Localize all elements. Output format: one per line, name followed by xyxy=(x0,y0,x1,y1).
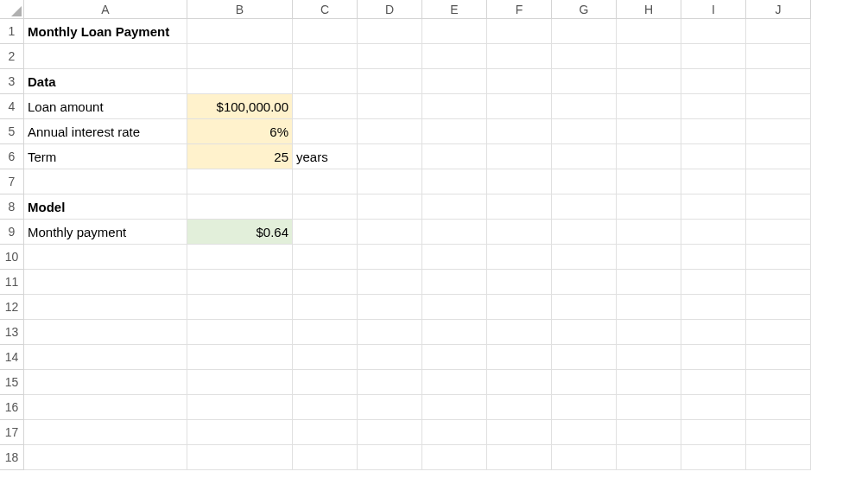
cell-b2[interactable] xyxy=(187,44,293,69)
cell-b8[interactable] xyxy=(187,194,293,220)
cell-d8[interactable] xyxy=(358,194,422,220)
cell-g16[interactable] xyxy=(552,395,617,420)
cell-h9[interactable] xyxy=(617,220,681,245)
cell-c14[interactable] xyxy=(293,345,358,370)
row-header-11[interactable]: 11 xyxy=(0,270,24,295)
cell-a17[interactable] xyxy=(24,420,187,445)
cell-j10[interactable] xyxy=(746,245,811,270)
cell-c7[interactable] xyxy=(293,169,358,194)
cell-c16[interactable] xyxy=(293,395,358,420)
cell-b4[interactable]: $100,000.00 xyxy=(187,94,293,119)
cell-h10[interactable] xyxy=(617,245,681,270)
cell-b6[interactable]: 25 xyxy=(187,144,293,169)
cell-f1[interactable] xyxy=(487,19,552,44)
cell-g17[interactable] xyxy=(552,420,617,445)
cell-i11[interactable] xyxy=(681,270,746,295)
row-header-15[interactable]: 15 xyxy=(0,370,24,395)
cell-c12[interactable] xyxy=(293,295,358,320)
cell-f8[interactable] xyxy=(487,194,552,220)
cell-g15[interactable] xyxy=(552,370,617,395)
cell-j12[interactable] xyxy=(746,295,811,320)
cell-a18[interactable] xyxy=(24,445,187,470)
cell-h8[interactable] xyxy=(617,194,681,220)
col-header-a[interactable]: A xyxy=(24,0,187,19)
cell-h4[interactable] xyxy=(617,94,681,119)
cell-d12[interactable] xyxy=(358,295,422,320)
cell-g10[interactable] xyxy=(552,245,617,270)
cell-g4[interactable] xyxy=(552,94,617,119)
cell-g14[interactable] xyxy=(552,345,617,370)
cell-g5[interactable] xyxy=(552,119,617,144)
cell-b3[interactable] xyxy=(187,69,293,94)
cell-f17[interactable] xyxy=(487,420,552,445)
cell-d5[interactable] xyxy=(358,119,422,144)
cell-a12[interactable] xyxy=(24,295,187,320)
cell-d17[interactable] xyxy=(358,420,422,445)
cell-h3[interactable] xyxy=(617,69,681,94)
cell-g9[interactable] xyxy=(552,220,617,245)
cell-a6[interactable]: Term xyxy=(24,144,187,169)
cell-b11[interactable] xyxy=(187,270,293,295)
cell-i4[interactable] xyxy=(681,94,746,119)
cell-d9[interactable] xyxy=(358,220,422,245)
cell-d4[interactable] xyxy=(358,94,422,119)
cell-f14[interactable] xyxy=(487,345,552,370)
cell-c2[interactable] xyxy=(293,44,358,69)
cell-g6[interactable] xyxy=(552,144,617,169)
cell-a8[interactable]: Model xyxy=(24,194,187,220)
cell-i3[interactable] xyxy=(681,69,746,94)
cell-i7[interactable] xyxy=(681,169,746,194)
col-header-d[interactable]: D xyxy=(358,0,422,19)
cell-b18[interactable] xyxy=(187,445,293,470)
cell-d11[interactable] xyxy=(358,270,422,295)
row-header-12[interactable]: 12 xyxy=(0,295,24,320)
col-header-c[interactable]: C xyxy=(293,0,358,19)
cell-c18[interactable] xyxy=(293,445,358,470)
cell-b14[interactable] xyxy=(187,345,293,370)
cell-b15[interactable] xyxy=(187,370,293,395)
cell-e7[interactable] xyxy=(422,169,487,194)
cell-i6[interactable] xyxy=(681,144,746,169)
cell-a7[interactable] xyxy=(24,169,187,194)
cell-e10[interactable] xyxy=(422,245,487,270)
cell-c11[interactable] xyxy=(293,270,358,295)
cell-i2[interactable] xyxy=(681,44,746,69)
cell-e5[interactable] xyxy=(422,119,487,144)
cell-b1[interactable] xyxy=(187,19,293,44)
cell-f6[interactable] xyxy=(487,144,552,169)
row-header-4[interactable]: 4 xyxy=(0,94,24,119)
cell-c3[interactable] xyxy=(293,69,358,94)
cell-e9[interactable] xyxy=(422,220,487,245)
cell-e8[interactable] xyxy=(422,194,487,220)
cell-a2[interactable] xyxy=(24,44,187,69)
cell-e12[interactable] xyxy=(422,295,487,320)
cell-e16[interactable] xyxy=(422,395,487,420)
cell-b10[interactable] xyxy=(187,245,293,270)
cell-b9[interactable]: $0.64 xyxy=(187,220,293,245)
cell-h16[interactable] xyxy=(617,395,681,420)
cell-i8[interactable] xyxy=(681,194,746,220)
cell-c10[interactable] xyxy=(293,245,358,270)
cell-j11[interactable] xyxy=(746,270,811,295)
cell-b5[interactable]: 6% xyxy=(187,119,293,144)
cell-g11[interactable] xyxy=(552,270,617,295)
row-header-18[interactable]: 18 xyxy=(0,445,24,470)
cell-j18[interactable] xyxy=(746,445,811,470)
cell-g12[interactable] xyxy=(552,295,617,320)
row-header-1[interactable]: 1 xyxy=(0,19,24,44)
col-header-j[interactable]: J xyxy=(746,0,811,19)
cell-f9[interactable] xyxy=(487,220,552,245)
cell-c17[interactable] xyxy=(293,420,358,445)
col-header-h[interactable]: H xyxy=(617,0,681,19)
cell-e14[interactable] xyxy=(422,345,487,370)
cell-g18[interactable] xyxy=(552,445,617,470)
cell-a16[interactable] xyxy=(24,395,187,420)
cell-j13[interactable] xyxy=(746,320,811,345)
cell-c8[interactable] xyxy=(293,194,358,220)
cell-i10[interactable] xyxy=(681,245,746,270)
col-header-g[interactable]: G xyxy=(552,0,617,19)
cell-f18[interactable] xyxy=(487,445,552,470)
cell-c15[interactable] xyxy=(293,370,358,395)
row-header-9[interactable]: 9 xyxy=(0,220,24,245)
cell-d16[interactable] xyxy=(358,395,422,420)
